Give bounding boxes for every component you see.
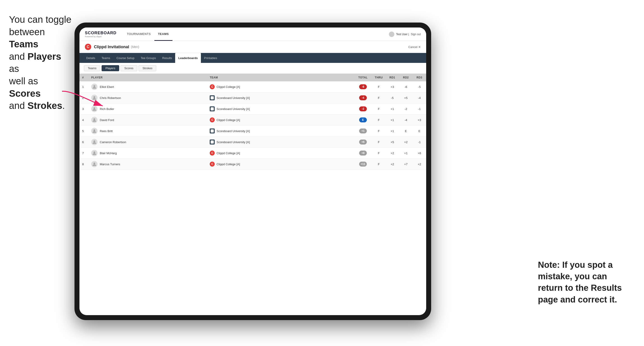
cell-total: +6 (354, 137, 372, 148)
cell-total: +11 (354, 159, 372, 170)
team-logo-scoreboard (210, 129, 215, 134)
cell-rank: 8 (80, 159, 88, 170)
cell-thru: F (372, 115, 386, 126)
team-name: Scoreboard University [A] (216, 129, 250, 133)
cell-team: Scoreboard University [A] (207, 103, 340, 115)
cell-rd1: +5 (386, 137, 399, 148)
svg-point-8 (94, 163, 95, 164)
cell-rank: 4 (80, 115, 88, 126)
user-area: Test User | Sign out (389, 31, 421, 37)
toggle-scores[interactable]: Scores (120, 65, 137, 71)
svg-point-3 (94, 107, 95, 109)
cell-rd3: -5 (413, 81, 426, 92)
player-name: Chris Robertson (100, 96, 121, 100)
score-badge: +6 (359, 140, 367, 145)
cell-rd2: -2 (399, 103, 413, 115)
user-avatar (389, 31, 394, 37)
tournament-header: C Clippd Invitational (Men) Cancel ✕ (80, 41, 426, 53)
col-thru: THRU (372, 74, 386, 81)
cell-rd3: +3 (413, 115, 426, 126)
player-name: Elliot Ebert (100, 85, 114, 89)
svg-point-2 (94, 96, 95, 98)
player-name: Cameron Robertson (100, 141, 126, 144)
score-badge: E (359, 117, 367, 122)
svg-point-6 (94, 141, 95, 142)
player-name: Rees Britt (100, 129, 113, 133)
tab-printables[interactable]: Printables (201, 53, 220, 63)
team-logo-scoreboard (210, 95, 215, 100)
toggle-players[interactable]: Players (102, 65, 119, 71)
player-avatar (91, 95, 98, 101)
svg-point-5 (94, 129, 95, 131)
col-rank: # (80, 74, 88, 81)
cell-total: -8 (354, 81, 372, 92)
player-name: Blair McHarg (100, 152, 117, 155)
player-avatar (91, 117, 98, 123)
team-logo-clippd: C (210, 84, 215, 89)
cell-rd1: +2 (386, 159, 399, 170)
cell-team: Scoreboard University [A] (207, 92, 340, 103)
cell-rank: 1 (80, 81, 88, 92)
cell-rd2: E (399, 126, 413, 137)
left-annotation: You can toggle between Teams and Players… (9, 13, 72, 112)
table-row: 6 Cameron Robertson Scoreboard Universit… (80, 137, 426, 148)
cell-player: Marcus Turners (88, 159, 207, 170)
cell-rd3: -1 (413, 137, 426, 148)
player-avatar (91, 150, 98, 156)
team-name: Scoreboard University [A] (216, 141, 250, 144)
cell-rd3: -4 (413, 92, 426, 103)
cancel-button[interactable]: Cancel ✕ (408, 45, 421, 49)
team-name: Clippd College [A] (216, 118, 240, 122)
tab-course-setup[interactable]: Course Setup (113, 53, 138, 63)
svg-point-1 (94, 85, 95, 87)
cell-team: CClippd College [A] (207, 115, 340, 126)
svg-point-7 (94, 152, 95, 153)
tab-results[interactable]: Results (159, 53, 175, 63)
sign-out-link[interactable]: Sign out (411, 33, 421, 36)
tablet-screen: SCOREBOARD Powered by clippd TOURNAMENTS… (80, 27, 426, 315)
right-annotation: Note: If you spot a mistake, you can ret… (538, 259, 633, 305)
tab-teams[interactable]: Teams (98, 53, 113, 63)
cell-total: E (354, 115, 372, 126)
team-name: Clippd College [A] (216, 163, 240, 166)
team-name: Clippd College [A] (216, 85, 240, 89)
table-row: 8 Marcus Turners CClippd College [A]+11F… (80, 159, 426, 170)
cell-total: -2 (354, 103, 372, 115)
col-rd2: RD2 (399, 74, 413, 81)
svg-point-4 (94, 118, 95, 120)
cell-rd2: +2 (399, 137, 413, 148)
cell-rd1: +1 (386, 103, 399, 115)
toggle-strokes[interactable]: Strokes (138, 65, 156, 71)
player-avatar (91, 161, 98, 167)
col-rd1: RD1 (386, 74, 399, 81)
cell-player: Elliot Ebert (88, 81, 207, 92)
cell-rd3: +2 (413, 159, 426, 170)
score-badge: +8 (359, 151, 367, 156)
cell-rd1: +1 (386, 126, 399, 137)
cell-rd1: +3 (386, 81, 399, 92)
cell-player: Cameron Robertson (88, 137, 207, 148)
sub-nav: Details Teams Course Setup Tee Groups Re… (80, 53, 426, 63)
score-badge: -2 (359, 106, 367, 111)
cell-player: Chris Robertson (88, 92, 207, 103)
cell-player: Rich Butler (88, 103, 207, 115)
tab-tee-groups[interactable]: Tee Groups (138, 53, 159, 63)
cell-team: Scoreboard University [A] (207, 137, 340, 148)
team-logo-scoreboard (210, 140, 215, 145)
cell-rd1: -5 (386, 92, 399, 103)
table-row: 5 Rees Britt Scoreboard University [A]+1… (80, 126, 426, 137)
cell-team: Scoreboard University [A] (207, 126, 340, 137)
player-avatar (91, 139, 98, 145)
tab-details[interactable]: Details (83, 53, 98, 63)
nav-tournaments[interactable]: TOURNAMENTS (123, 27, 154, 41)
nav-teams[interactable]: TEAMS (154, 27, 172, 41)
team-logo-clippd: C (210, 117, 215, 122)
toggle-teams[interactable]: Teams (84, 65, 100, 71)
cell-rank: 6 (80, 137, 88, 148)
team-name: Clippd College [A] (216, 152, 240, 155)
cell-rd3: +6 (413, 148, 426, 159)
tab-leaderboards[interactable]: Leaderboards (175, 53, 201, 63)
top-nav: SCOREBOARD Powered by clippd TOURNAMENTS… (80, 27, 426, 41)
col-rd3: RD3 (413, 74, 426, 81)
cell-rd1: +1 (386, 115, 399, 126)
